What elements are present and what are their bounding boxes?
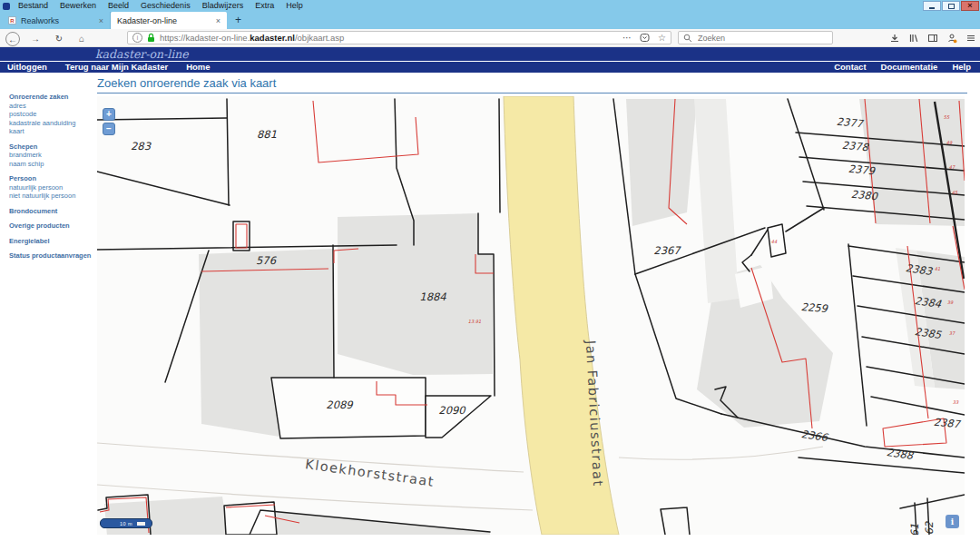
tab-label: Kadaster-on-line — [117, 16, 211, 25]
url-text: https://kadaster-on-line.kadaster.nl/obj… — [160, 33, 618, 43]
page-title: Zoeken onroerende zaak via kaart — [97, 77, 967, 93]
bookmark-star-icon[interactable]: ☆ — [658, 33, 666, 43]
search-box[interactable] — [678, 31, 833, 44]
site-nav-right: ContactDocumentatieHelp — [834, 62, 980, 73]
main-panel: Zoeken onroerende zaak via kaart — [97, 73, 980, 535]
house-number-label-45: 45 — [952, 190, 958, 195]
parcel-label-2089: 2089 — [326, 398, 354, 411]
minimize-button[interactable] — [923, 1, 941, 11]
menu-item-geschiedenis[interactable]: Geschiedenis — [141, 0, 191, 12]
account-icon[interactable] — [946, 33, 957, 44]
menu-item-bewerken[interactable]: Bewerken — [60, 0, 96, 12]
zoom-in-button[interactable]: + — [103, 108, 115, 121]
tab-close-icon[interactable]: × — [99, 16, 103, 25]
house-number-label-55: 55 — [944, 114, 950, 120]
app-icon — [3, 3, 10, 10]
tab-close-icon[interactable]: × — [216, 16, 220, 25]
tab-realworks[interactable]: RRealworks× — [2, 12, 111, 29]
sidebar-group-energielabel: Energielabel — [9, 237, 97, 246]
sidebar-item-niet-natuurlijk-persoon[interactable]: niet natuurlijk persoon — [9, 192, 97, 201]
sidebar-group-schepen: Schepenbrandmerknaam schip — [9, 143, 97, 169]
site-info-icon[interactable]: i — [132, 33, 142, 43]
reload-button[interactable]: ↻ — [53, 32, 65, 44]
sidebar-item-adres[interactable]: adres — [9, 102, 97, 111]
brand-logo: kadaster-on-line — [95, 47, 189, 61]
sidebar-item-kadastrale-aanduiding[interactable]: kadastrale aanduiding — [9, 119, 97, 128]
sidebar-group-title-status-productaanvragen[interactable]: Status productaanvragen — [9, 251, 97, 261]
sidebar-group-persoon: Persoonnatuurlijk persoonniet natuurlijk… — [9, 174, 97, 201]
content: Onroerende zakenadrespostcodekadastrale … — [0, 73, 980, 535]
nav-link-documentatie[interactable]: Documentatie — [881, 62, 938, 73]
new-tab-button[interactable]: + — [235, 12, 241, 29]
house-number-label-13-91: 13.91 — [468, 319, 481, 324]
nav-link-help[interactable]: Help — [952, 62, 971, 73]
sidebar-item-kaart[interactable]: kaart — [9, 127, 97, 136]
nav-link-home[interactable]: Home — [186, 62, 210, 73]
url-domain: kadaster.nl — [250, 33, 295, 43]
map-canvas[interactable]: Jan FabriciusstraatKloekhorststraat 2838… — [97, 96, 965, 535]
parcel-label-2367: 2367 — [653, 244, 681, 257]
sidebar-group-title-overige-producten[interactable]: Overige producten — [9, 221, 97, 231]
download-icon[interactable] — [889, 33, 900, 44]
info-button[interactable]: i — [946, 515, 959, 528]
parcel-label-2379: 2379 — [848, 162, 877, 178]
menu-item-extra[interactable]: Extra — [255, 0, 274, 12]
menu-bar: BestandBewerkenBeeldGeschiedenisBladwijz… — [18, 0, 315, 12]
close-button[interactable]: × — [961, 1, 979, 11]
home-button[interactable]: ⌂ — [75, 32, 88, 44]
sidebar-group-title-onroerende-zaken[interactable]: Onroerende zaken — [9, 93, 97, 102]
menu-icon[interactable] — [965, 33, 976, 44]
sidebar: Onroerende zakenadrespostcodekadastrale … — [0, 73, 97, 535]
menu-item-bestand[interactable]: Bestand — [18, 0, 48, 12]
toolbar-icons — [889, 33, 976, 44]
menu-item-bladwijzers[interactable]: Bladwijzers — [202, 0, 244, 12]
scale-label: 10 m — [120, 521, 132, 526]
tab-favicon: R — [8, 16, 16, 25]
nav-link-contact[interactable]: Contact — [834, 62, 866, 73]
navigation-toolbar: ← → ↻ ⌂ i https://kadaster-on-line.kadas… — [0, 29, 980, 47]
pocket-icon[interactable] — [640, 33, 650, 43]
sidebar-item-naam-schip[interactable]: naam schip — [9, 160, 97, 169]
forward-button[interactable]: → — [29, 32, 42, 44]
house-number-label-39: 39 — [947, 300, 954, 305]
parcel-label-576: 576 — [256, 254, 278, 267]
lock-icon — [147, 33, 155, 43]
sidebar-group-title-schepen[interactable]: Schepen — [9, 143, 97, 152]
house-number-label-49: 49 — [946, 140, 953, 145]
menu-item-help[interactable]: Help — [286, 0, 303, 12]
sidebar-group-title-energielabel[interactable]: Energielabel — [9, 237, 97, 246]
parcel-label-283: 283 — [131, 140, 152, 153]
zoom-out-button[interactable]: − — [103, 123, 115, 135]
page-actions-icon[interactable]: ⋯ — [622, 33, 632, 43]
parcel-label-2378: 2378 — [841, 139, 870, 154]
restore-button[interactable] — [942, 1, 960, 11]
sidebar-item-postcode[interactable]: postcode — [9, 110, 97, 119]
sidebar-item-natuurlijk-persoon[interactable]: natuurlijk persoon — [9, 183, 97, 192]
site-nav: UitloggenTerug naar Mijn KadasterHome Co… — [0, 61, 980, 73]
nav-link-terug-naar-mijn-kadaster[interactable]: Terug naar Mijn Kadaster — [65, 62, 168, 73]
house-number-label-47: 47 — [949, 164, 956, 170]
url-prefix: https://kadaster-on-line. — [160, 33, 250, 43]
search-input[interactable] — [696, 33, 828, 44]
parcel-label-2380: 2380 — [850, 188, 879, 203]
back-button[interactable]: ← — [5, 32, 20, 46]
parcel-label-2090: 2090 — [438, 404, 466, 417]
sidebar-toggle-icon[interactable] — [927, 33, 938, 44]
map-container: Jan FabriciusstraatKloekhorststraat 2838… — [97, 96, 965, 535]
tab-kadaster-on-line[interactable]: Kadaster-on-line× — [111, 12, 227, 29]
parcel-label-2377: 2377 — [836, 115, 865, 131]
sidebar-group-overige-producten: Overige producten — [9, 221, 97, 231]
sidebar-item-brandmerk[interactable]: brandmerk — [9, 151, 97, 160]
url-bar[interactable]: i https://kadaster-on-line.kadaster.nl/o… — [127, 31, 671, 44]
sidebar-group-title-brondocument[interactable]: Brondocument — [9, 207, 97, 216]
site-header: kadaster-on-line — [0, 47, 980, 61]
library-icon[interactable] — [908, 33, 919, 44]
house-number-label-37: 37 — [949, 330, 956, 336]
parcel-label-2259: 2259 — [800, 300, 829, 315]
parcel-label-2387: 2387 — [933, 416, 962, 431]
menu-item-beeld[interactable]: Beeld — [108, 0, 129, 12]
sidebar-group-onroerende-zaken: Onroerende zakenadrespostcodekadastrale … — [9, 93, 97, 136]
nav-link-uitloggen[interactable]: Uitloggen — [7, 62, 47, 73]
sidebar-group-title-persoon[interactable]: Persoon — [9, 174, 97, 183]
house-number-label-41: 41 — [935, 266, 940, 271]
